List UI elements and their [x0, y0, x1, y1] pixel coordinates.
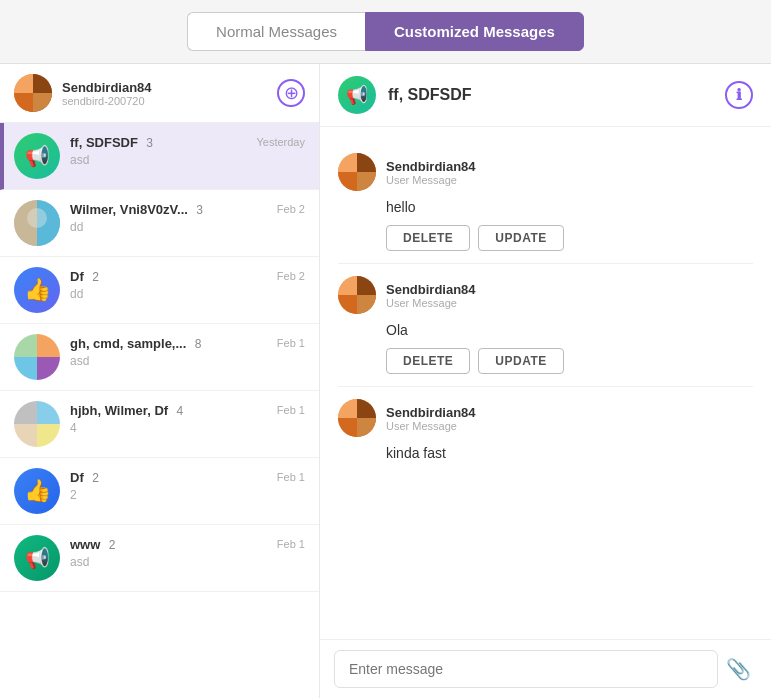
- message-avatar: [338, 153, 376, 191]
- attachment-icon[interactable]: 📎: [726, 657, 751, 681]
- plus-icon: ⊕: [284, 82, 299, 104]
- svg-rect-7: [14, 334, 37, 357]
- svg-rect-21: [338, 295, 357, 314]
- message-username: Sendbirdian84: [386, 159, 476, 174]
- list-item[interactable]: 📢 www 2 Feb 1 asd: [0, 525, 319, 592]
- channel-avatar: [14, 334, 60, 380]
- delete-button[interactable]: DELETE: [386, 348, 470, 374]
- list-item[interactable]: Wilmer, Vni8V0zV... 3 Feb 2 dd: [0, 190, 319, 257]
- megaphone-icon: 📢: [346, 84, 368, 106]
- svg-rect-15: [338, 153, 357, 172]
- tab-normal[interactable]: Normal Messages: [187, 12, 365, 51]
- channel-info: Wilmer, Vni8V0zV... 3 Feb 2 dd: [70, 200, 305, 234]
- chat-header-name: ff, SDFSDF: [388, 86, 713, 104]
- message-block: Sendbirdian84 User Message kinda fast: [338, 387, 753, 483]
- info-icon: ℹ: [736, 86, 742, 104]
- message-avatar: [338, 276, 376, 314]
- channel-date: Yesterday: [256, 136, 305, 148]
- svg-rect-20: [357, 276, 376, 295]
- channel-avatar: 📢: [14, 133, 60, 179]
- channel-info: Df 2 Feb 1 2: [70, 468, 305, 502]
- channel-name-row: ff, SDFSDF 3 Yesterday: [70, 133, 305, 151]
- svg-rect-18: [357, 172, 376, 191]
- channel-name: Df 2: [70, 468, 99, 486]
- message-type-label: User Message: [386, 174, 476, 186]
- channel-date: Feb 2: [277, 270, 305, 282]
- channel-preview: asd: [70, 555, 305, 569]
- channel-name: www 2: [70, 535, 115, 553]
- channel-name: hjbh, Wilmer, Df 4: [70, 401, 183, 419]
- info-button[interactable]: ℹ: [725, 81, 753, 109]
- channel-name-row: Df 2 Feb 1: [70, 468, 305, 486]
- svg-rect-26: [357, 418, 376, 437]
- channel-name-row: www 2 Feb 1: [70, 535, 305, 553]
- svg-rect-1: [33, 74, 52, 93]
- message-actions: DELETE UPDATE: [338, 348, 753, 374]
- message-user-info: Sendbirdian84 User Message: [386, 159, 476, 186]
- svg-rect-24: [357, 399, 376, 418]
- delete-button[interactable]: DELETE: [386, 225, 470, 251]
- channel-info: www 2 Feb 1 asd: [70, 535, 305, 569]
- list-item[interactable]: gh, cmd, sample,... 8 Feb 1 asd: [0, 324, 319, 391]
- channel-name-row: Df 2 Feb 2: [70, 267, 305, 285]
- message-type-label: User Message: [386, 420, 476, 432]
- list-item[interactable]: 👍 Df 2 Feb 2 dd: [0, 257, 319, 324]
- channel-name: ff, SDFSDF 3: [70, 133, 153, 151]
- svg-rect-12: [37, 401, 60, 424]
- channel-preview: dd: [70, 220, 305, 234]
- svg-rect-11: [14, 401, 37, 424]
- list-item[interactable]: 👍 Df 2 Feb 1 2: [0, 458, 319, 525]
- chat-messages: Sendbirdian84 User Message hello DELETE …: [320, 127, 771, 639]
- message-header: Sendbirdian84 User Message: [338, 276, 753, 314]
- channel-name-row: Wilmer, Vni8V0zV... 3 Feb 2: [70, 200, 305, 218]
- channel-date: Feb 1: [277, 471, 305, 483]
- channel-info: gh, cmd, sample,... 8 Feb 1 asd: [70, 334, 305, 368]
- add-chat-button[interactable]: ⊕: [277, 79, 305, 107]
- tab-customized[interactable]: Customized Messages: [365, 12, 584, 51]
- message-text: hello: [338, 199, 753, 215]
- message-type-label: User Message: [386, 297, 476, 309]
- svg-point-6: [27, 208, 47, 228]
- sidebar: Sendbirdian84 sendbird-200720 ⊕ 📢 ff, SD…: [0, 64, 320, 698]
- main-content: Sendbirdian84 sendbird-200720 ⊕ 📢 ff, SD…: [0, 63, 771, 698]
- list-item[interactable]: hjbh, Wilmer, Df 4 Feb 1 4: [0, 391, 319, 458]
- chat-header-avatar: 📢: [338, 76, 376, 114]
- channel-date: Feb 1: [277, 337, 305, 349]
- update-button[interactable]: UPDATE: [478, 348, 563, 374]
- svg-rect-0: [14, 74, 33, 93]
- channel-list: 📢 ff, SDFSDF 3 Yesterday asd: [0, 123, 319, 698]
- message-username: Sendbirdian84: [386, 405, 476, 420]
- svg-rect-23: [338, 399, 357, 418]
- channel-avatar: 👍: [14, 468, 60, 514]
- message-header: Sendbirdian84 User Message: [338, 399, 753, 437]
- sidebar-userid: sendbird-200720: [62, 95, 267, 107]
- channel-preview: asd: [70, 153, 305, 167]
- sidebar-username: Sendbirdian84: [62, 80, 267, 95]
- chat-input-area: 📎: [320, 639, 771, 698]
- channel-avatar: [14, 401, 60, 447]
- svg-rect-13: [14, 424, 37, 447]
- channel-date: Feb 1: [277, 404, 305, 416]
- message-avatar: [338, 399, 376, 437]
- channel-name: gh, cmd, sample,... 8: [70, 334, 201, 352]
- channel-avatar: [14, 200, 60, 246]
- svg-rect-14: [37, 424, 60, 447]
- svg-rect-8: [37, 334, 60, 357]
- channel-info: hjbh, Wilmer, Df 4 Feb 1 4: [70, 401, 305, 435]
- message-user-info: Sendbirdian84 User Message: [386, 405, 476, 432]
- chat-header: 📢 ff, SDFSDF ℹ: [320, 64, 771, 127]
- channel-preview: 4: [70, 421, 305, 435]
- update-button[interactable]: UPDATE: [478, 225, 563, 251]
- svg-rect-9: [14, 357, 37, 380]
- svg-rect-10: [37, 357, 60, 380]
- sidebar-user-info: Sendbirdian84 sendbird-200720: [62, 80, 267, 107]
- channel-name-row: gh, cmd, sample,... 8 Feb 1: [70, 334, 305, 352]
- svg-rect-2: [14, 93, 33, 112]
- message-username: Sendbirdian84: [386, 282, 476, 297]
- message-block: Sendbirdian84 User Message hello DELETE …: [338, 141, 753, 264]
- message-input[interactable]: [334, 650, 718, 688]
- list-item[interactable]: 📢 ff, SDFSDF 3 Yesterday asd: [0, 123, 319, 190]
- channel-info: Df 2 Feb 2 dd: [70, 267, 305, 301]
- channel-preview: 2: [70, 488, 305, 502]
- svg-rect-3: [33, 93, 52, 112]
